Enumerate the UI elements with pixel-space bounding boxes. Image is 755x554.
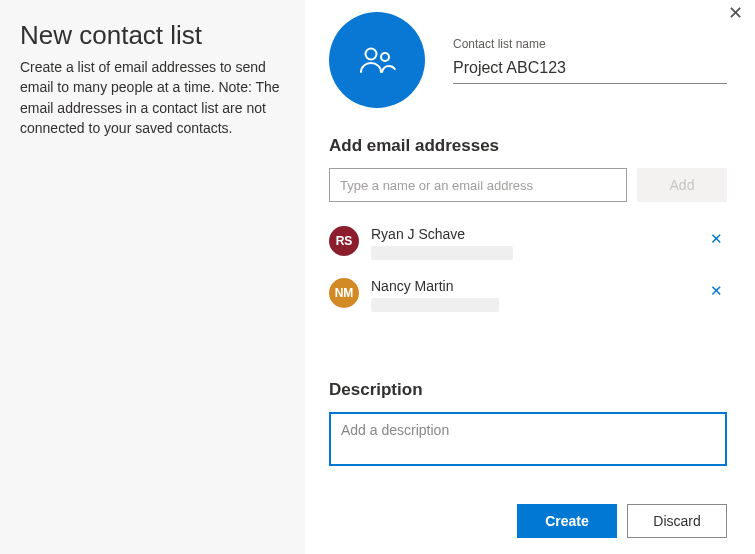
- discard-button[interactable]: Discard: [627, 504, 727, 538]
- page-description: Create a list of email addresses to send…: [20, 57, 290, 138]
- contact-list-avatar-icon: [329, 12, 425, 108]
- member-avatar: NM: [329, 278, 359, 308]
- member-avatar: RS: [329, 226, 359, 256]
- create-button[interactable]: Create: [517, 504, 617, 538]
- contact-list-name-input[interactable]: [453, 55, 727, 84]
- info-panel: New contact list Create a list of email …: [0, 0, 305, 554]
- member-row: NMNancy Martin✕: [329, 272, 727, 324]
- member-email-redacted: [371, 246, 513, 260]
- member-row: RSRyan J Schave✕: [329, 220, 727, 272]
- svg-point-1: [381, 53, 389, 61]
- member-email-redacted: [371, 298, 499, 312]
- svg-point-0: [366, 49, 377, 60]
- description-input[interactable]: [329, 412, 727, 466]
- remove-member-icon[interactable]: ✕: [706, 226, 727, 248]
- form-panel: Contact list name Add email addresses Ad…: [305, 0, 755, 554]
- add-email-button[interactable]: Add: [637, 168, 727, 202]
- member-name: Nancy Martin: [371, 278, 706, 295]
- member-name: Ryan J Schave: [371, 226, 706, 243]
- page-title: New contact list: [20, 20, 293, 51]
- members-list: RSRyan J Schave✕NMNancy Martin✕: [329, 220, 727, 324]
- email-address-input[interactable]: [329, 168, 627, 202]
- close-icon[interactable]: ✕: [728, 2, 743, 24]
- remove-member-icon[interactable]: ✕: [706, 278, 727, 300]
- member-info: Ryan J Schave: [371, 226, 706, 260]
- description-heading: Description: [329, 380, 727, 400]
- add-emails-heading: Add email addresses: [329, 136, 727, 156]
- name-field-label: Contact list name: [453, 37, 727, 51]
- member-info: Nancy Martin: [371, 278, 706, 312]
